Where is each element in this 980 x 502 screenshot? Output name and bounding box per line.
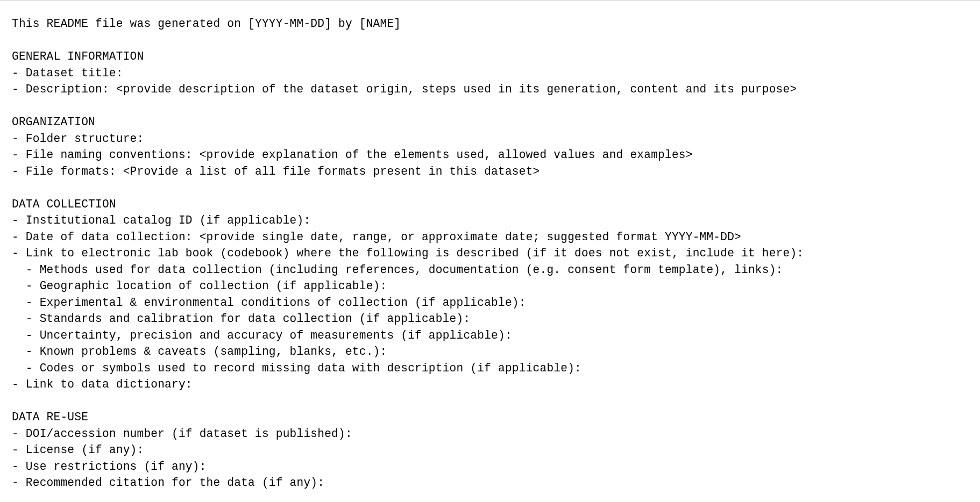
list-item: - License (if any): [12, 442, 980, 458]
list-item: - File naming conventions: <provide expl… [12, 147, 980, 163]
section-gap [12, 393, 980, 410]
list-item: - Known problems & caveats (sampling, bl… [12, 343, 980, 360]
list-item: - Description: <provide description of t… [12, 81, 980, 98]
list-item: - Methods used for data collection (incl… [12, 262, 980, 278]
readme-document: This README file was generated on [YYYY-… [0, 0, 980, 502]
list-item: - Institutional catalog ID (if applicabl… [12, 212, 980, 229]
list-item: - File formats: <Provide a list of all f… [12, 163, 980, 180]
list-item: - Link to electronic lab book (codebook)… [12, 245, 980, 262]
section-gap [12, 98, 980, 114]
list-item: - Geographic location of collection (if … [12, 278, 980, 295]
section-gap [12, 180, 980, 196]
list-item: - DOI/accession number (if dataset is pu… [12, 426, 980, 442]
list-item: - Uncertainty, precision and accuracy of… [12, 327, 980, 344]
list-item: - Recommended citation for the data (if … [12, 475, 980, 491]
list-item: - Codes or symbols used to record missin… [12, 360, 980, 377]
list-item: - Use restrictions (if any): [12, 458, 980, 475]
list-item: - Standards and calibration for data col… [12, 311, 980, 327]
list-item: - Link to data dictionary: [12, 376, 980, 393]
section-gap [12, 32, 980, 49]
list-item: - Date of data collection: <provide sing… [12, 229, 980, 246]
section-heading-organization: ORGANIZATION [12, 114, 980, 131]
section-heading-collection: DATA COLLECTION [12, 196, 980, 213]
list-item: - Dataset title: [12, 65, 980, 82]
intro-line: This README file was generated on [YYYY-… [12, 16, 980, 32]
section-heading-general: GENERAL INFORMATION [12, 48, 980, 65]
list-item: - Experimental & environmental condition… [12, 295, 980, 311]
section-heading-reuse: DATA RE-USE [12, 409, 980, 426]
list-item: - Folder structure: [12, 131, 980, 147]
